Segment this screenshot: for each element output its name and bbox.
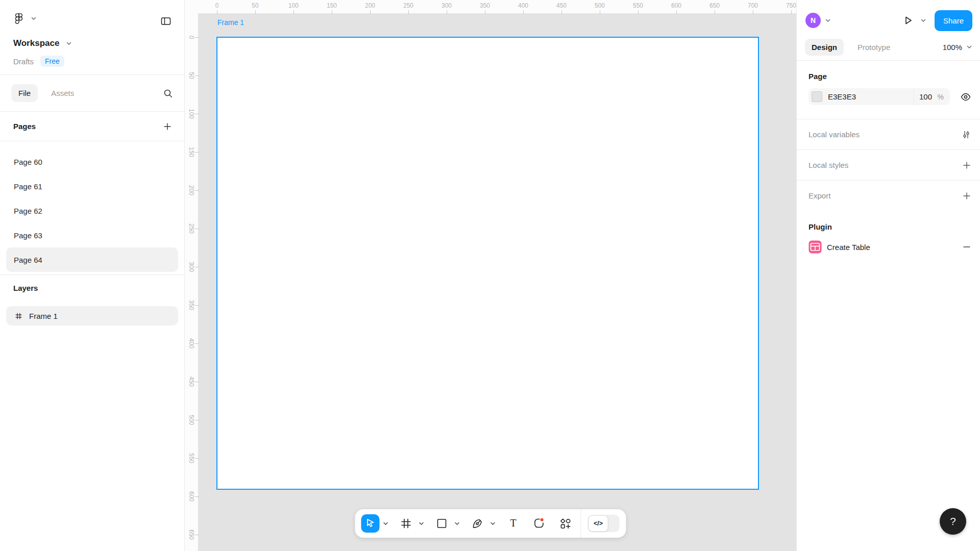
page-item[interactable]: Page 63 bbox=[6, 223, 178, 247]
ruler-tick bbox=[370, 10, 371, 14]
color-swatch[interactable] bbox=[812, 91, 822, 102]
h-ruler-label: 0 bbox=[215, 2, 219, 9]
tab-design[interactable]: Design bbox=[805, 39, 844, 56]
h-ruler-label: 750 bbox=[786, 2, 796, 9]
v-ruler-label: 0 bbox=[188, 36, 195, 39]
export-label: Export bbox=[808, 191, 830, 200]
frame-1[interactable] bbox=[216, 37, 759, 490]
page-item[interactable]: Page 64 bbox=[6, 247, 178, 272]
plugin-header: Plugin bbox=[797, 211, 980, 231]
v-ruler-label: 450 bbox=[188, 377, 195, 387]
pages-header-row: Pages bbox=[0, 112, 184, 141]
ruler-tick bbox=[195, 76, 199, 76]
h-ruler-label: 550 bbox=[633, 2, 643, 9]
move-tool-button[interactable] bbox=[361, 514, 380, 533]
ruler-tick bbox=[715, 10, 715, 14]
shape-tool-chevron-icon[interactable] bbox=[454, 514, 461, 533]
left-sidebar-header: Workspace Drafts Free bbox=[0, 0, 184, 67]
ruler-tick bbox=[523, 10, 524, 14]
breadcrumb: Drafts Free bbox=[13, 55, 172, 67]
figma-logo-icon[interactable] bbox=[13, 13, 24, 24]
account-chevron-icon[interactable] bbox=[825, 19, 830, 22]
avatar[interactable]: N bbox=[805, 13, 821, 28]
tab-assets[interactable]: Assets bbox=[51, 89, 74, 97]
present-play-icon[interactable] bbox=[901, 14, 915, 27]
ruler-tick bbox=[195, 343, 199, 344]
remove-plugin-minus-icon[interactable] bbox=[962, 242, 971, 252]
h-ruler-label: 350 bbox=[480, 2, 490, 9]
comment-tool-button[interactable] bbox=[530, 514, 549, 533]
collapse-sidebar-icon[interactable] bbox=[160, 15, 172, 27]
color-opacity-unit: % bbox=[938, 93, 944, 101]
page-item[interactable]: Page 61 bbox=[6, 174, 178, 198]
layers-header-row: Layers bbox=[0, 275, 184, 301]
svg-text:T: T bbox=[510, 517, 516, 529]
page-item[interactable]: Page 60 bbox=[6, 149, 178, 174]
ruler-tick bbox=[195, 458, 199, 459]
ruler-tick bbox=[217, 10, 217, 14]
dev-mode-toggle[interactable]: </> bbox=[588, 515, 620, 532]
dev-mode-icon: </> bbox=[589, 515, 608, 532]
search-icon[interactable] bbox=[163, 88, 173, 98]
ruler-tick bbox=[255, 10, 256, 14]
main-menu-chevron-icon[interactable] bbox=[31, 17, 36, 20]
v-ruler-label: 500 bbox=[188, 415, 195, 425]
canvas[interactable]: 0501001502002503003504004505005506006507… bbox=[185, 0, 796, 551]
page-item[interactable]: Page 62 bbox=[6, 198, 178, 223]
ruler-tick bbox=[600, 10, 600, 14]
local-styles-row[interactable]: Local styles bbox=[797, 149, 980, 180]
frame-label[interactable]: Frame 1 bbox=[217, 18, 244, 27]
pen-tool-button[interactable] bbox=[469, 514, 487, 533]
color-opacity-value[interactable]: 100 bbox=[914, 92, 938, 101]
add-page-icon[interactable] bbox=[163, 122, 172, 131]
drafts-label[interactable]: Drafts bbox=[13, 57, 34, 66]
h-ruler-label: 300 bbox=[442, 2, 452, 9]
visibility-eye-icon[interactable] bbox=[960, 91, 971, 103]
page-section: Page E3E3E3 100 % bbox=[797, 61, 980, 119]
local-variables-row[interactable]: Local variables bbox=[797, 119, 980, 149]
h-ruler-label: 150 bbox=[327, 2, 337, 9]
move-tool-chevron-icon[interactable] bbox=[382, 514, 389, 533]
share-button[interactable]: Share bbox=[935, 10, 972, 31]
ruler-tick bbox=[561, 10, 562, 14]
workspace-selector[interactable]: Workspace bbox=[13, 38, 172, 49]
text-tool-button[interactable]: T bbox=[504, 514, 523, 533]
frame-icon bbox=[15, 312, 22, 320]
help-button[interactable]: ? bbox=[940, 508, 966, 535]
h-ruler-label: 200 bbox=[365, 2, 375, 9]
ruler-tick bbox=[195, 382, 199, 382]
tab-prototype[interactable]: Prototype bbox=[857, 43, 890, 52]
plus-icon[interactable] bbox=[962, 191, 971, 201]
vertical-ruler: 050100150200250300350400450500550600650 bbox=[185, 0, 198, 551]
shape-tool-button[interactable] bbox=[433, 514, 451, 533]
page-color-row: E3E3E3 100 % bbox=[808, 88, 950, 105]
tab-file[interactable]: File bbox=[11, 84, 38, 102]
plan-badge[interactable]: Free bbox=[40, 56, 64, 67]
layers-header: Layers bbox=[13, 284, 38, 292]
h-ruler-label: 600 bbox=[671, 2, 681, 9]
ruler-tick bbox=[753, 10, 753, 14]
ruler-tick bbox=[195, 267, 199, 267]
frame-tool-button[interactable] bbox=[397, 514, 415, 533]
pen-tool-chevron-icon[interactable] bbox=[489, 514, 497, 533]
right-sidebar-top: N Share bbox=[797, 0, 980, 33]
actions-icon[interactable] bbox=[556, 514, 575, 533]
ruler-tick bbox=[195, 305, 199, 306]
h-ruler-label: 700 bbox=[748, 2, 758, 9]
ruler-tick bbox=[332, 10, 332, 14]
zoom-selector[interactable]: 100% bbox=[943, 43, 972, 52]
frame-tool-chevron-icon[interactable] bbox=[418, 514, 425, 533]
sliders-icon[interactable] bbox=[961, 130, 971, 140]
plugin-row[interactable]: Create Table bbox=[797, 231, 980, 254]
layer-item-frame-1[interactable]: Frame 1 bbox=[6, 306, 178, 325]
pages-list: Page 60Page 61Page 62Page 63Page 64 bbox=[0, 141, 184, 274]
chevron-down-icon bbox=[66, 42, 71, 45]
present-chevron-icon[interactable] bbox=[921, 19, 926, 22]
plus-icon[interactable] bbox=[962, 161, 971, 170]
figma-app: Workspace Drafts Free File Assets Pages bbox=[0, 0, 980, 551]
ruler-tick bbox=[195, 114, 199, 114]
v-ruler-label: 100 bbox=[188, 109, 195, 119]
ruler-tick bbox=[195, 190, 199, 191]
color-hex-value[interactable]: E3E3E3 bbox=[828, 92, 856, 101]
export-row[interactable]: Export bbox=[797, 180, 980, 211]
